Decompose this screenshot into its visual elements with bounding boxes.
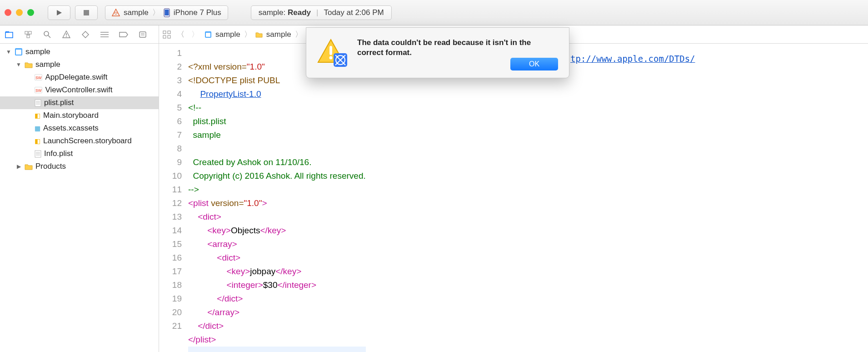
svg-marker-18 xyxy=(82,31,89,38)
code-string: "1.0" xyxy=(244,198,262,208)
symbol-navigator-icon[interactable] xyxy=(24,30,33,39)
warning-icon xyxy=(317,38,349,70)
file-name: Main.storyboard xyxy=(43,111,99,120)
code-token: <?xml version= xyxy=(188,62,247,71)
file-row[interactable]: Info.plist xyxy=(0,147,159,160)
debug-navigator-icon[interactable] xyxy=(100,30,109,39)
status-time: Today at 2:06 PM xyxy=(324,8,384,17)
breadcrumb-item: sample xyxy=(215,30,240,39)
code-tag: <key> xyxy=(207,226,231,235)
plist-file-icon xyxy=(35,99,41,107)
app-icon xyxy=(112,9,120,17)
code-text: jobpay xyxy=(250,267,275,276)
svg-rect-29 xyxy=(168,35,170,38)
toolbar: sample 〉 iPhone 7 Plus sample: Ready | T… xyxy=(0,0,868,25)
svg-marker-0 xyxy=(57,10,62,15)
related-items-icon[interactable] xyxy=(163,30,171,39)
svg-marker-22 xyxy=(120,32,128,37)
file-row[interactable]: sw AppDelegate.swift xyxy=(0,71,159,84)
disclosure-triangle-icon[interactable]: ▼ xyxy=(5,49,12,55)
folder-icon xyxy=(25,61,33,68)
breadcrumb[interactable]: sample 〉 sample 〉 xyxy=(205,29,313,40)
project-navigator[interactable]: ▼ sample ▼ sample sw AppDelegate.swift s… xyxy=(0,44,159,352)
dtd-link[interactable]: PropertyList-1.0 xyxy=(200,89,261,99)
search-navigator-icon[interactable] xyxy=(43,30,52,39)
svg-point-13 xyxy=(44,31,49,36)
svg-rect-1 xyxy=(84,10,89,15)
window-controls xyxy=(5,9,34,16)
file-name: Assets.xcassets xyxy=(43,124,99,133)
file-name: AppDelegate.swift xyxy=(45,73,107,82)
code-tag: <dict> xyxy=(198,212,221,221)
svg-rect-26 xyxy=(163,31,166,34)
file-name: Info.plist xyxy=(44,149,73,158)
source-editor[interactable]: 123456789101112131415161718192021 <?xml … xyxy=(159,44,868,352)
minimize-window[interactable] xyxy=(16,9,23,16)
file-name: plist.plist xyxy=(44,98,74,107)
svg-marker-2 xyxy=(112,9,120,16)
svg-rect-23 xyxy=(140,32,146,37)
file-row[interactable]: sw ViewController.swift xyxy=(0,84,159,96)
error-dialog: The data couldn't be read because it isn… xyxy=(306,27,569,78)
zoom-window[interactable] xyxy=(27,9,34,16)
svg-rect-5 xyxy=(165,10,169,15)
code-token: "1.0" xyxy=(247,62,265,71)
ok-button[interactable]: OK xyxy=(510,58,558,70)
chevron-right-icon: 〉 xyxy=(152,7,160,18)
code-tag: </dict> xyxy=(217,294,243,303)
scheme-project: sample xyxy=(124,8,149,17)
file-row[interactable]: ▦ Assets.xcassets xyxy=(0,122,159,135)
breakpoint-navigator-icon[interactable] xyxy=(119,30,128,39)
close-window[interactable] xyxy=(5,9,11,16)
code-tag: </plist> xyxy=(188,335,216,344)
project-navigator-icon[interactable] xyxy=(5,30,14,39)
svg-point-45 xyxy=(329,56,333,60)
swift-file-icon: sw xyxy=(35,87,42,93)
code-tag: <integer> xyxy=(226,280,263,290)
svg-point-17 xyxy=(66,36,67,37)
code-text: $30 xyxy=(263,280,278,290)
svg-rect-8 xyxy=(25,31,28,34)
svg-rect-10 xyxy=(27,35,30,38)
file-row[interactable]: plist.plist xyxy=(0,96,159,109)
file-name: ViewController.swift xyxy=(45,85,112,95)
back-button[interactable]: 〈 xyxy=(175,29,185,40)
code-tag: </key> xyxy=(275,267,301,276)
code-tag: </integer> xyxy=(277,280,316,290)
svg-rect-31 xyxy=(206,33,210,37)
folder-icon xyxy=(255,31,263,38)
assets-file-icon: ▦ xyxy=(35,125,40,132)
project-root[interactable]: ▼ sample xyxy=(0,45,159,58)
code-content[interactable]: <?xml version="1.0" <!DOCTYPE plist PUBL… xyxy=(186,44,366,352)
report-navigator-icon[interactable] xyxy=(138,30,147,39)
svg-rect-28 xyxy=(163,35,166,38)
file-row[interactable]: ◧ LaunchScreen.storyboard xyxy=(0,135,159,147)
storyboard-file-icon: ◧ xyxy=(35,112,40,119)
breadcrumb-item: sample xyxy=(266,30,291,39)
forward-button[interactable]: 〉 xyxy=(190,29,200,40)
group-folder[interactable]: ▼ sample xyxy=(0,58,159,71)
svg-rect-6 xyxy=(5,32,13,38)
stop-button[interactable] xyxy=(75,5,98,20)
root-label: sample xyxy=(25,47,50,56)
test-navigator-icon[interactable] xyxy=(81,30,90,39)
code-comment: <!-- xyxy=(188,103,201,112)
project-icon xyxy=(205,31,212,38)
activity-status: sample: Ready | Today at 2:06 PM xyxy=(251,5,392,20)
code-tag: <key> xyxy=(226,267,250,276)
dtd-url-fragment[interactable]: tp://www.apple.com/DTDs/ xyxy=(570,54,695,64)
run-button[interactable] xyxy=(48,5,70,20)
status-project: sample: xyxy=(259,8,288,17)
folder-icon xyxy=(25,163,33,170)
products-folder[interactable]: ▶ Products xyxy=(0,160,159,173)
code-tag: </array> xyxy=(207,307,239,317)
file-row[interactable]: ◧ Main.storyboard xyxy=(0,109,159,122)
storyboard-file-icon: ◧ xyxy=(35,137,40,145)
scheme-selector[interactable]: sample 〉 iPhone 7 Plus xyxy=(105,5,228,20)
code-text: Objects xyxy=(231,226,260,235)
disclosure-triangle-icon[interactable]: ▶ xyxy=(15,163,22,170)
disclosure-triangle-icon[interactable]: ▼ xyxy=(15,61,22,68)
issue-navigator-icon[interactable] xyxy=(62,30,71,39)
code-comment: plist.plist xyxy=(188,116,226,126)
svg-rect-27 xyxy=(168,31,170,34)
